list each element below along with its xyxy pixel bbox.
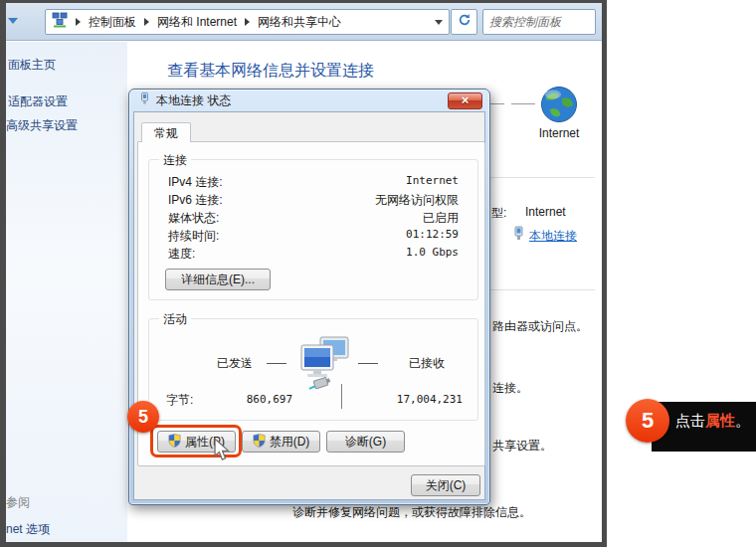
row-label: 速度:: [168, 246, 195, 263]
disable-button[interactable]: 禁用(D): [242, 431, 320, 453]
disable-button-label: 禁用(D): [270, 434, 310, 451]
network-activity-computer-icon: [295, 335, 351, 397]
refresh-icon: [458, 13, 472, 31]
details-button[interactable]: 详细信息(E)...: [165, 269, 271, 290]
connection-icon: [139, 91, 150, 109]
sent-connector-line: [267, 363, 286, 364]
row-label: 媒体状态:: [168, 210, 219, 227]
address-dropdown-icon[interactable]: [435, 20, 443, 25]
sidebar-item-advanced-sharing[interactable]: 高级共享设置: [6, 117, 78, 134]
bytes-label: 字节:: [166, 392, 193, 409]
instruction-suffix: 。: [735, 412, 750, 429]
task-fragment-router: 路由器或访问点。: [492, 318, 588, 335]
tab-general[interactable]: 常规: [141, 122, 191, 142]
access-type-value: Internet: [525, 205, 566, 219]
section-divider: [483, 289, 595, 290]
row-value: 已启用: [423, 210, 459, 227]
refresh-button[interactable]: [451, 9, 477, 35]
section-divider: [483, 177, 595, 178]
explorer-toolbar: 控制面板 网络和 Internet 网络和共享中心: [6, 3, 602, 41]
network-sharing-icon: [52, 12, 68, 32]
mouse-cursor: [211, 438, 233, 465]
bytes-sent-value: 860,697: [219, 393, 292, 406]
uac-shield-icon: [253, 434, 266, 451]
breadcrumb-separator-icon: [144, 18, 149, 26]
close-button[interactable]: 关闭(C): [411, 474, 480, 496]
status-row-ipv6: IPv6 连接: 无网络访问权限: [168, 192, 459, 207]
nav-history-dropdown-icon[interactable]: [8, 18, 18, 24]
sidebar-item-control-panel-home[interactable]: 面板主页: [8, 57, 56, 74]
breadcrumb-separator-icon: [245, 18, 250, 26]
connection-group-label: 连接: [159, 152, 191, 169]
bytes-received-value: 17,004,231: [377, 393, 463, 406]
page-title: 查看基本网络信息并设置连接: [167, 61, 374, 82]
access-type-label: 型:: [491, 205, 506, 222]
status-row-ipv4: IPv4 连接: Internet: [168, 174, 459, 189]
search-box[interactable]: [482, 9, 596, 35]
sidebar-item-adapter-settings[interactable]: 适配器设置: [8, 93, 68, 110]
row-value: Internet: [406, 174, 459, 187]
breadcrumb-item-control-panel[interactable]: 控制面板: [89, 14, 136, 31]
troubleshoot-text: 诊断并修复网络问题，或获得故障排除信息。: [292, 504, 531, 521]
bytes-separator: [341, 384, 342, 409]
instruction-text: 点击属性。: [675, 412, 750, 431]
search-input[interactable]: [489, 15, 589, 29]
diagnose-button-label: 诊断(G): [345, 434, 386, 451]
sidebar-item-internet-options[interactable]: net 选项: [6, 521, 50, 538]
close-icon[interactable]: ×: [448, 92, 482, 109]
breadcrumb-item-network-internet[interactable]: 网络和 Internet: [157, 14, 237, 31]
details-button-label: 详细信息(E)...: [181, 272, 255, 288]
internet-node-label: Internet: [530, 126, 588, 140]
status-dialog: 本地连接 状态 × 常规 连接 IPv4 连接: Internet IP: [128, 89, 490, 505]
row-value: 1.0 Gbps: [406, 246, 459, 259]
page: 控制面板 网络和 Internet 网络和共享中心: [0, 0, 756, 547]
instruction-highlight: 属性: [705, 412, 735, 429]
breadcrumb-separator-icon: [76, 18, 81, 26]
diagnose-button[interactable]: 诊断(G): [326, 431, 405, 453]
sent-label: 已发送: [217, 355, 253, 372]
dialog-title: 本地连接 状态: [156, 92, 231, 109]
local-connection-link[interactable]: 本地连接: [529, 228, 577, 245]
explorer-window: 控制面板 网络和 Internet 网络和共享中心: [6, 3, 602, 542]
row-label: IPv4 连接:: [168, 174, 223, 191]
row-value: 01:12:59: [406, 228, 459, 241]
status-row-duration: 持续时间: 01:12:59: [168, 228, 459, 243]
network-map-line: [511, 103, 535, 104]
internet-globe-icon: [540, 86, 578, 127]
row-value: 无网络访问权限: [375, 192, 459, 209]
step-badge: 5: [127, 401, 159, 433]
task-fragment-sharing: 共享设置。: [492, 438, 552, 455]
received-connector-line: [358, 363, 378, 364]
task-fragment-connect: 连接。: [492, 380, 528, 397]
row-label: IPv6 连接:: [168, 192, 223, 209]
address-bar[interactable]: 控制面板 网络和 Internet 网络和共享中心: [45, 9, 450, 35]
breadcrumb-item-network-sharing-center[interactable]: 网络和共享中心: [258, 14, 341, 31]
status-row-speed: 速度: 1.0 Gbps: [168, 246, 459, 261]
status-row-media: 媒体状态: 已启用: [168, 210, 459, 225]
activity-group-label: 活动: [159, 311, 191, 328]
sidebar-see-also-header: 参阅: [6, 494, 30, 511]
received-label: 已接收: [409, 355, 445, 372]
screenshot-frame: 控制面板 网络和 Internet 网络和共享中心: [0, 0, 607, 547]
step-badge: 5: [626, 399, 669, 443]
connection-icon: [512, 226, 525, 245]
instruction-prefix: 点击: [675, 412, 705, 429]
uac-shield-icon: [168, 434, 181, 451]
close-button-label: 关闭(C): [426, 477, 467, 494]
row-label: 持续时间:: [168, 228, 219, 245]
dialog-client: 常规 连接 IPv4 连接: Internet IPv6 连接: 无网络访问权限: [133, 111, 485, 500]
dialog-titlebar[interactable]: 本地连接 状态 ×: [129, 90, 489, 111]
sidebar: 面板主页 适配器设置 高级共享设置 参阅 net 选项: [6, 42, 127, 542]
